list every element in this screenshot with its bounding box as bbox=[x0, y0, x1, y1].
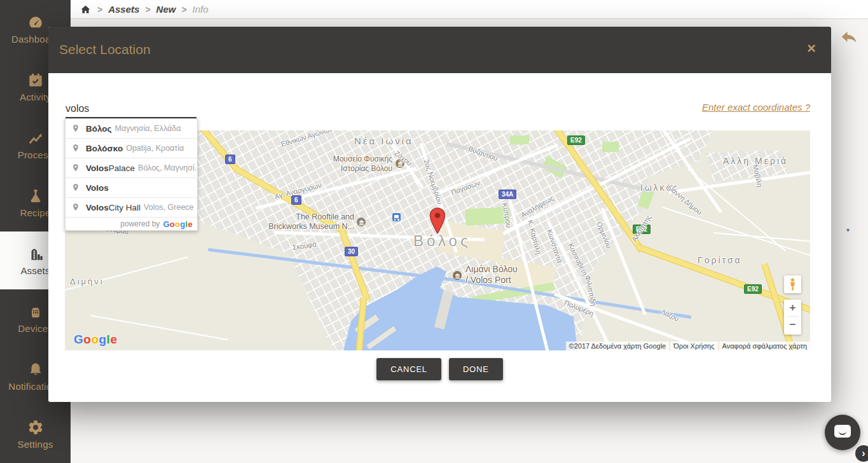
transit-station-icon[interactable] bbox=[392, 213, 401, 221]
report-error-link[interactable]: Αναφορά σφάλματος χάρτη bbox=[719, 342, 810, 350]
sidebar-item-label: Assets bbox=[20, 265, 50, 276]
sidebar-item-label: Process bbox=[18, 149, 53, 160]
dialog-actions: CANCEL DONE bbox=[48, 358, 831, 380]
suggestion-item[interactable]: Volos bbox=[65, 178, 197, 198]
suggestion-item[interactable]: Βόλος Μαγνησία, Ελλάδα bbox=[65, 119, 197, 139]
trend-chart-icon bbox=[27, 130, 45, 146]
breadcrumb-separator: > bbox=[145, 4, 150, 15]
route-shield-6: 6 bbox=[225, 155, 235, 164]
route-shield-e92: E92 bbox=[744, 284, 762, 294]
next-page-chevron[interactable]: › bbox=[855, 445, 868, 462]
museum-icon[interactable] bbox=[357, 218, 366, 226]
poi-label-museum: Μουσείο ΦυσικήςΙστορίας Βόλου bbox=[291, 155, 392, 174]
dropdown-caret-icon[interactable]: ▾ bbox=[846, 226, 850, 233]
area-label: Νέα Ιωνία bbox=[354, 135, 413, 146]
pin-icon bbox=[71, 143, 80, 153]
terms-link[interactable]: Όροι Χρήσης bbox=[670, 342, 717, 350]
port-icon[interactable] bbox=[453, 271, 462, 280]
sidebar-item-label: Devices bbox=[18, 323, 53, 334]
street-label: Λάζου bbox=[659, 308, 680, 323]
map-marker-icon[interactable] bbox=[429, 207, 446, 235]
zoom-in-button[interactable]: + bbox=[784, 300, 801, 316]
map-park bbox=[602, 142, 619, 152]
autocomplete-dropdown: Βόλος Μαγνησία, Ελλάδα Βολόσκο Opatija, … bbox=[65, 118, 198, 231]
siren-device-icon bbox=[27, 303, 44, 320]
chevron-right-icon: › bbox=[862, 448, 865, 459]
dialog-title: Select Location bbox=[59, 42, 151, 57]
suggestion-item[interactable]: Volos Palace Βόλος, Μαγνησί... bbox=[65, 158, 197, 178]
area-label: Γορίτσα bbox=[698, 255, 742, 265]
select-location-dialog: Select Location × Enter exact coordinate… bbox=[48, 27, 831, 402]
route-shield-30: 30 bbox=[345, 247, 358, 256]
map-road bbox=[663, 207, 810, 259]
route-shield-e92: E92 bbox=[567, 135, 585, 145]
pegman-control[interactable] bbox=[784, 275, 801, 293]
route-shield-6: 6 bbox=[291, 195, 301, 205]
calendar-check-icon bbox=[27, 72, 44, 88]
flask-icon bbox=[27, 188, 44, 204]
sidebar-item-label: Settings bbox=[18, 439, 53, 450]
pin-icon bbox=[71, 123, 80, 134]
sidebar-item-settings[interactable]: Settings bbox=[0, 405, 71, 463]
poi-label-volos-port: Λιμάνι Βόλου/ Volos Port bbox=[465, 264, 518, 286]
pin-icon bbox=[71, 183, 80, 193]
map-attribution: ©2017 Δεδομένα χάρτη Google Όροι Χρήσης … bbox=[566, 342, 810, 350]
dashboard-gauge-icon bbox=[27, 14, 45, 31]
breadcrumb-separator: > bbox=[181, 4, 186, 15]
silo-building-icon bbox=[27, 245, 45, 262]
area-label: Διμήνι bbox=[70, 277, 104, 286]
suggestion-item[interactable]: Βολόσκο Opatija, Κροατία bbox=[65, 139, 197, 158]
zoom-control: + − bbox=[784, 300, 801, 335]
breadcrumb-separator: > bbox=[97, 4, 102, 15]
dialog-header: Select Location × bbox=[48, 27, 831, 73]
sidebar-item-label: Activity bbox=[20, 92, 51, 102]
breadcrumb: > Assets > New > Info bbox=[71, 0, 868, 19]
pegman-icon bbox=[789, 278, 797, 291]
map-park bbox=[510, 135, 529, 144]
city-label-volos: Βόλος bbox=[413, 232, 471, 250]
cancel-button[interactable]: CANCEL bbox=[376, 358, 441, 380]
poi-label-rooftile-museum: The Rooftile andBrickworks Museum N... bbox=[252, 212, 354, 232]
gear-icon bbox=[27, 419, 44, 436]
home-icon[interactable] bbox=[79, 4, 92, 15]
breadcrumb-info: Info bbox=[193, 4, 209, 15]
pin-icon bbox=[71, 202, 80, 212]
bell-icon bbox=[27, 361, 44, 378]
route-shield-34a: 34A bbox=[499, 190, 516, 199]
location-search-input[interactable] bbox=[65, 100, 196, 118]
chat-bubble-icon bbox=[834, 425, 851, 438]
google-logo[interactable]: Google bbox=[74, 333, 117, 347]
suggestion-item[interactable]: Volos City Hall Volos, Greece bbox=[65, 198, 197, 218]
done-button[interactable]: DONE bbox=[449, 358, 503, 380]
map-copyright: ©2017 Δεδομένα χάρτη Google bbox=[566, 342, 670, 350]
undo-arrow-icon bbox=[841, 30, 858, 45]
powered-by-google: powered by Google bbox=[65, 218, 197, 230]
breadcrumb-assets[interactable]: Assets bbox=[108, 4, 139, 15]
close-icon[interactable]: × bbox=[807, 41, 816, 56]
pin-icon bbox=[71, 163, 80, 173]
sidebar-item-label: Recipe bbox=[20, 207, 51, 218]
zoom-out-button[interactable]: − bbox=[784, 317, 801, 333]
chat-button[interactable] bbox=[825, 415, 860, 450]
undo-button[interactable] bbox=[841, 30, 858, 47]
exact-coordinates-link[interactable]: Enter exact coordinates ? bbox=[702, 102, 810, 113]
breadcrumb-new[interactable]: New bbox=[156, 4, 176, 15]
